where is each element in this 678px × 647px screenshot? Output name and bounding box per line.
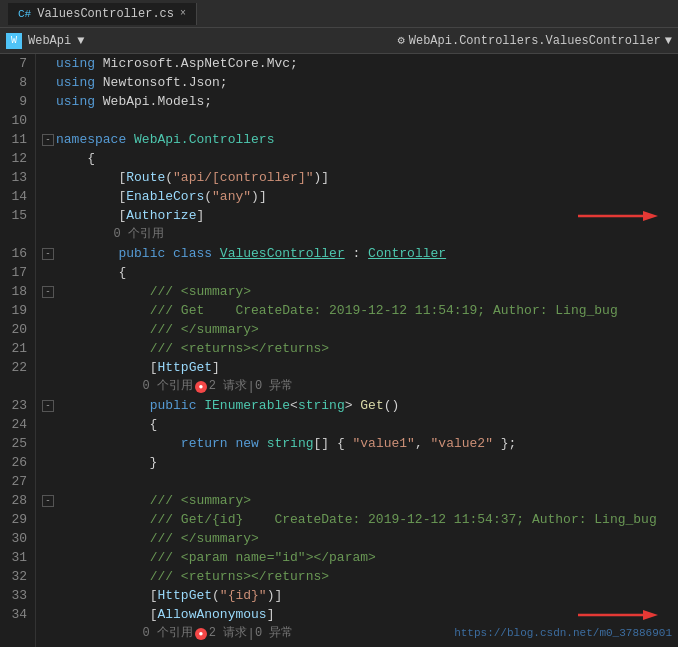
code-line-30: /// </summary> xyxy=(42,529,678,548)
code-line-25: return new string[] { "value1", "value2"… xyxy=(42,434,678,453)
code-line-13: [Route("api/[controller]")] xyxy=(42,168,678,187)
project-name: WebApi xyxy=(28,34,71,48)
code-line-14: [EnableCors("any")] xyxy=(42,187,678,206)
collapse-summary2[interactable]: - xyxy=(42,495,54,507)
title-bar: C# ValuesController.cs × xyxy=(0,0,678,28)
watermark: https://blog.csdn.net/m0_37886901 xyxy=(454,624,672,643)
file-icon: C# xyxy=(18,8,31,20)
code-line-11: -namespace WebApi.Controllers xyxy=(42,130,678,149)
code-line-32: /// <returns></returns> xyxy=(42,567,678,586)
close-icon[interactable]: × xyxy=(180,8,186,19)
gear-icon: ⚙ xyxy=(398,33,405,48)
code-line-22: [HttpGet] xyxy=(42,358,678,377)
code-line-31: /// <param name="id"></param> xyxy=(42,548,678,567)
toolbar: W WebApi ▼ ⚙ WebApi.Controllers.ValuesCo… xyxy=(0,28,678,54)
code-line-20: /// </summary> xyxy=(42,320,678,339)
code-area: 7 8 9 10 11 12 13 14 15 16 17 18 19 20 2… xyxy=(0,54,678,647)
code-line-27 xyxy=(42,472,678,491)
line-numbers: 7 8 9 10 11 12 13 14 15 16 17 18 19 20 2… xyxy=(0,54,36,647)
code-line-12: { xyxy=(42,149,678,168)
code-line-9: using WebApi.Models; xyxy=(42,92,678,111)
code-line-16: - public class ValuesController : Contro… xyxy=(42,244,678,263)
code-line-10 xyxy=(42,111,678,130)
code-line-17: { xyxy=(42,263,678,282)
code-line-8: using Newtonsoft.Json; xyxy=(42,73,678,92)
collapse-method1[interactable]: - xyxy=(42,400,54,412)
error-badge-1: ● xyxy=(195,381,207,393)
code-line-29: /// Get/{id} CreateDate: 2019-12-12 11:5… xyxy=(42,510,678,529)
code-line-23: - public IEnumerable<string> Get() xyxy=(42,396,678,415)
code-line-34: [AllowAnonymous] xyxy=(42,605,678,624)
error-badge-2: ● xyxy=(195,628,207,640)
file-tab[interactable]: C# ValuesController.cs × xyxy=(8,3,197,25)
hint-line-15: 0 个引用 xyxy=(42,225,678,244)
code-line-21: /// <returns></returns> xyxy=(42,339,678,358)
collapse-class[interactable]: - xyxy=(42,248,54,260)
collapse-namespace[interactable]: - xyxy=(42,134,54,146)
svg-marker-3 xyxy=(643,610,658,620)
chevron-down-icon: ▼ xyxy=(665,34,672,48)
class-dropdown[interactable]: ⚙ WebApi.Controllers.ValuesController ▼ xyxy=(398,33,672,48)
code-line-28: - /// <summary> xyxy=(42,491,678,510)
tab-filename: ValuesController.cs xyxy=(37,7,174,21)
code-line-35: - public string Get(int id) xyxy=(42,643,678,647)
collapse-summary1[interactable]: - xyxy=(42,286,54,298)
arrow-authorize xyxy=(578,207,658,225)
code-line-18: - /// <summary> xyxy=(42,282,678,301)
dropdown-text: WebApi.Controllers.ValuesController xyxy=(409,34,661,48)
svg-marker-1 xyxy=(643,211,658,221)
code-line-26: } xyxy=(42,453,678,472)
code-line-7: using Microsoft.AspNetCore.Mvc; xyxy=(42,54,678,73)
hint-line-22: 0 个引用●2 请求|0 异常 xyxy=(42,377,678,396)
code-line-19: /// Get CreateDate: 2019-12-12 11:54:19;… xyxy=(42,301,678,320)
code-line-33: [HttpGet("{id}")] xyxy=(42,586,678,605)
code-content: using Microsoft.AspNetCore.Mvc; using Ne… xyxy=(36,54,678,647)
arrow-allowanon xyxy=(578,606,658,624)
webapi-icon: W xyxy=(6,33,22,49)
toolbar-separator: ▼ xyxy=(77,34,84,48)
code-line-15: [Authorize] xyxy=(42,206,678,225)
code-line-24: { xyxy=(42,415,678,434)
